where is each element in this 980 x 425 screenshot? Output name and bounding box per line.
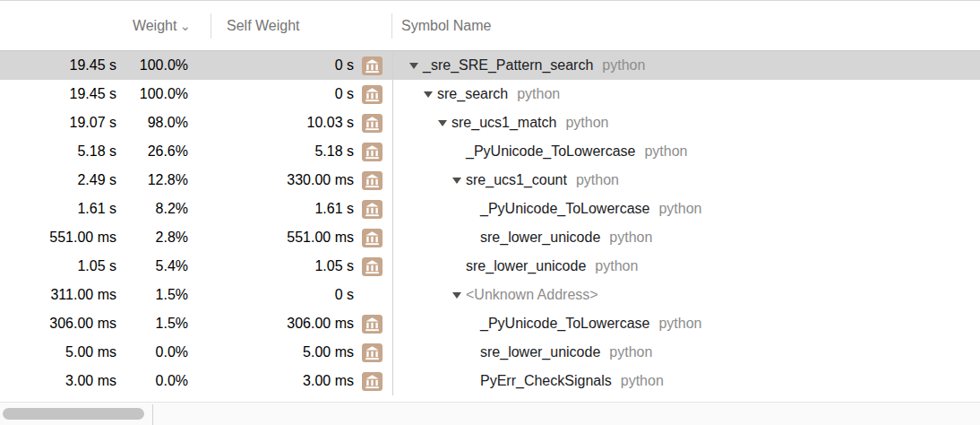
table-row[interactable]: 2.49 s 12.8% 330.00 ms sre_ucs1_count py…: [0, 166, 980, 195]
disclosure-slot: [438, 120, 451, 126]
symbol-name: sre_lower_unicode: [480, 344, 600, 360]
weight-percent: 8.2%: [116, 201, 188, 217]
self-weight-value: 3.00 ms: [211, 373, 354, 389]
weight-percent: 2.8%: [116, 230, 188, 246]
library-label: python: [644, 143, 687, 160]
library-label: python: [609, 230, 652, 246]
table-row[interactable]: 19.07 s 98.0% 10.03 s sre_ucs1_match pyt…: [0, 108, 980, 137]
weight-time: 306.00 ms: [0, 316, 116, 332]
call-tree-panel: Weight ⌄ Self Weight Symbol Name 19.45 s…: [0, 0, 980, 425]
disclosure-slot: [409, 63, 423, 69]
self-weight-value: 1.61 s: [211, 201, 354, 217]
icon-cell: [354, 56, 392, 75]
weight-percent: 1.5%: [116, 316, 188, 332]
library-label: python: [517, 86, 560, 102]
column-divider[interactable]: [211, 13, 211, 39]
self-weight-value: 5.18 s: [211, 143, 354, 160]
table-row[interactable]: 5.00 ms 0.0% 5.00 ms sre_lower_unicode p…: [0, 338, 980, 367]
icon-cell: [354, 257, 392, 276]
library-icon: [362, 56, 383, 75]
disclosure-triangle[interactable]: [452, 178, 461, 184]
disclosure-slot: [452, 149, 466, 155]
self-weight-value: 551.00 ms: [211, 230, 354, 246]
horizontal-scrollbar-track[interactable]: [0, 402, 980, 425]
symbol-name: <Unknown Address>: [466, 287, 598, 303]
disclosure-triangle[interactable]: [452, 292, 461, 299]
table-row[interactable]: 5.18 s 26.6% 5.18 s _PyUnicode_ToLowerca…: [0, 137, 980, 166]
weight-time: 551.00 ms: [0, 230, 116, 246]
symbol-cell: PyErr_CheckSignals python: [392, 367, 980, 395]
weight-percent: 26.6%: [116, 143, 188, 160]
weight-cell: 5.18 s 26.6%: [0, 143, 211, 160]
scrollbar-pane-divider: [152, 404, 153, 425]
symbol-cell: _PyUnicode_ToLowercase python: [392, 137, 980, 166]
column-header-weight[interactable]: Weight ⌄: [0, 18, 211, 34]
symbol-cell: sre_ucs1_count python: [392, 166, 980, 195]
disclosure-slot: [467, 206, 480, 212]
weight-percent: 0.0%: [116, 344, 188, 360]
self-weight-value: 0 s: [211, 86, 354, 102]
disclosure-triangle[interactable]: [409, 63, 418, 69]
weight-time: 19.45 s: [0, 86, 116, 102]
table-row[interactable]: 19.45 s 100.0% 0 s sre_search python: [0, 80, 980, 108]
icon-cell: [354, 372, 392, 391]
symbol-cell: _PyUnicode_ToLowercase python: [392, 309, 980, 338]
icon-cell: [354, 200, 392, 219]
self-weight-value: 306.00 ms: [211, 316, 354, 332]
weight-percent: 100.0%: [116, 86, 188, 102]
weight-header-label: Weight: [133, 18, 177, 34]
library-icon: [362, 171, 383, 190]
column-divider[interactable]: [391, 13, 392, 39]
symbol-cell: _PyUnicode_ToLowercase python: [392, 195, 980, 223]
weight-time: 19.07 s: [0, 115, 116, 131]
self-weight-value: 1.05 s: [211, 258, 354, 274]
library-icon: [362, 200, 383, 219]
disclosure-triangle[interactable]: [424, 91, 433, 98]
library-icon: [362, 114, 383, 133]
weight-time: 311.00 ms: [0, 287, 116, 303]
symbol-name: PyErr_CheckSignals: [480, 373, 612, 389]
table-row[interactable]: 1.05 s 5.4% 1.05 s sre_lower_unicode pyt…: [0, 252, 980, 281]
horizontal-scrollbar-thumb[interactable]: [3, 408, 144, 420]
weight-percent: 1.5%: [116, 287, 188, 303]
weight-percent: 5.4%: [116, 258, 188, 274]
icon-cell: [354, 343, 392, 362]
disclosure-triangle[interactable]: [438, 120, 447, 126]
icon-cell: [354, 143, 392, 161]
symbol-name: _PyUnicode_ToLowercase: [480, 316, 649, 332]
weight-cell: 19.07 s 98.0%: [0, 115, 211, 131]
symbol-cell: sre_lower_unicode python: [392, 223, 980, 252]
weight-time: 2.49 s: [0, 172, 116, 188]
table-row[interactable]: 1.61 s 8.2% 1.61 s _PyUnicode_ToLowercas…: [0, 195, 980, 223]
weight-time: 5.18 s: [0, 143, 116, 160]
column-header-self-weight[interactable]: Self Weight: [211, 18, 392, 34]
table-row[interactable]: 311.00 ms 1.5% 0 s <Unknown Address>: [0, 281, 980, 309]
weight-percent: 12.8%: [116, 172, 188, 188]
disclosure-slot: [452, 292, 466, 299]
weight-time: 3.00 ms: [0, 373, 116, 389]
library-label: python: [621, 373, 664, 389]
disclosure-slot: [467, 321, 480, 327]
weight-cell: 551.00 ms 2.8%: [0, 230, 211, 246]
table-row[interactable]: 19.45 s 100.0% 0 s _sre_SRE_Pattern_sear…: [0, 51, 980, 80]
icon-cell: [354, 171, 392, 190]
symbol-name: _PyUnicode_ToLowercase: [466, 143, 635, 160]
icon-cell: [354, 315, 392, 334]
weight-time: 1.05 s: [0, 258, 116, 274]
weight-cell: 5.00 ms 0.0%: [0, 344, 211, 360]
sort-descending-icon: ⌄: [179, 18, 191, 34]
symbol-cell: sre_lower_unicode python: [392, 338, 980, 367]
table-row[interactable]: 3.00 ms 0.0% 3.00 ms PyErr_CheckSignals …: [0, 367, 980, 395]
column-header-symbol-name[interactable]: Symbol Name: [392, 18, 980, 34]
weight-time: 1.61 s: [0, 201, 116, 217]
symbol-name-header-label: Symbol Name: [401, 18, 491, 33]
symbol-name: sre_lower_unicode: [466, 258, 586, 274]
library-icon: [362, 85, 383, 104]
disclosure-slot: [452, 178, 466, 184]
table-row[interactable]: 306.00 ms 1.5% 306.00 ms _PyUnicode_ToLo…: [0, 309, 980, 338]
icon-cell: [354, 85, 392, 104]
icon-cell: [354, 229, 392, 247]
self-weight-value: 10.03 s: [211, 115, 354, 131]
table-row[interactable]: 551.00 ms 2.8% 551.00 ms sre_lower_unico…: [0, 223, 980, 252]
disclosure-slot: [467, 350, 480, 356]
